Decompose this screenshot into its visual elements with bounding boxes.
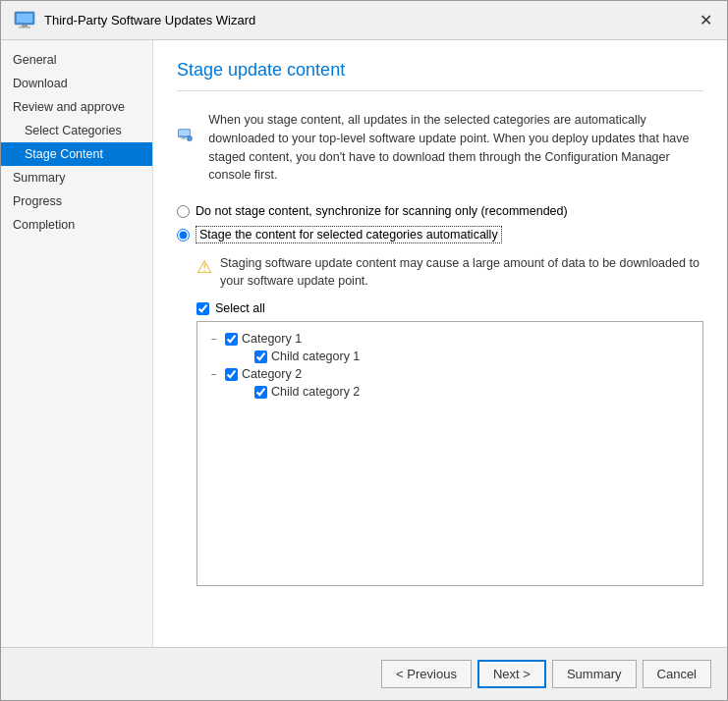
- tree-item-cat1[interactable]: − Category 1: [207, 330, 693, 348]
- wizard-footer: < Previous Next > Summary Cancel: [1, 647, 727, 700]
- header-area: ↓ When you stage content, all updates in…: [177, 111, 703, 185]
- sidebar: General Download Review and approve Sele…: [1, 40, 153, 647]
- expand-cat1-icon[interactable]: −: [207, 334, 221, 345]
- previous-button[interactable]: < Previous: [381, 660, 472, 688]
- titlebar: Third-Party Software Updates Wizard ✕: [1, 1, 727, 40]
- svg-rect-7: [180, 138, 187, 139]
- next-button[interactable]: Next >: [477, 660, 546, 688]
- svg-rect-2: [22, 25, 28, 27]
- label-cat2: Category 2: [242, 367, 302, 381]
- tree-item-cat2[interactable]: − Category 2: [207, 365, 693, 383]
- svg-rect-1: [17, 14, 32, 23]
- checkbox-child-cat2[interactable]: [254, 386, 267, 399]
- label-cat1: Category 1: [242, 332, 302, 346]
- svg-rect-3: [19, 27, 30, 28]
- page-title: Stage update content: [177, 60, 703, 91]
- summary-button[interactable]: Summary: [552, 660, 637, 688]
- svg-rect-5: [179, 130, 190, 135]
- tree-item-child-cat2[interactable]: − Child category 2: [207, 383, 693, 401]
- titlebar-left: Third-Party Software Updates Wizard: [13, 9, 255, 32]
- select-all-label: Select all: [215, 301, 265, 315]
- radio-stage-label: Stage the content for selected categorie…: [196, 226, 502, 243]
- category-tree: − Category 1 − Child category 1 − Catego…: [196, 321, 703, 586]
- warning-text: Staging software update content may caus…: [220, 255, 703, 290]
- sidebar-item-stage-content[interactable]: Stage Content: [1, 142, 152, 166]
- wizard-window: Third-Party Software Updates Wizard ✕ Ge…: [0, 0, 728, 701]
- warning-box: ⚠ Staging software update content may ca…: [177, 255, 703, 290]
- label-child-cat2: Child category 2: [271, 385, 360, 399]
- radio-stage[interactable]: Stage the content for selected categorie…: [177, 226, 703, 243]
- sidebar-item-review-approve[interactable]: Review and approve: [1, 95, 152, 119]
- warning-icon: ⚠: [196, 256, 212, 278]
- checkbox-child-cat1[interactable]: [254, 350, 267, 363]
- checkbox-cat2[interactable]: [225, 368, 238, 381]
- label-child-cat1: Child category 1: [271, 350, 360, 363]
- wizard-body: General Download Review and approve Sele…: [1, 40, 727, 647]
- header-description: When you stage content, all updates in t…: [208, 111, 703, 185]
- tree-item-child-cat1[interactable]: − Child category 1: [207, 348, 693, 365]
- expand-cat2-icon[interactable]: −: [207, 369, 221, 380]
- checkbox-cat1[interactable]: [225, 333, 238, 346]
- radio-group: Do not stage content, synchronize for sc…: [177, 204, 703, 243]
- radio-stage-input[interactable]: [177, 229, 190, 242]
- radio-no-stage-label: Do not stage content, synchronize for sc…: [196, 204, 568, 218]
- svg-rect-6: [182, 137, 185, 138]
- main-content: Stage update content ↓ When you stage co…: [153, 40, 727, 647]
- sidebar-item-download[interactable]: Download: [1, 72, 152, 95]
- stage-content-icon: ↓: [177, 111, 193, 158]
- sidebar-item-summary[interactable]: Summary: [1, 166, 152, 189]
- select-all-row: Select all: [177, 301, 703, 315]
- window-icon: [13, 9, 36, 32]
- radio-no-stage[interactable]: Do not stage content, synchronize for sc…: [177, 204, 703, 218]
- window-title: Third-Party Software Updates Wizard: [44, 13, 255, 27]
- radio-no-stage-input[interactable]: [177, 205, 190, 218]
- close-button[interactable]: ✕: [696, 11, 715, 30]
- sidebar-item-progress[interactable]: Progress: [1, 189, 152, 213]
- sidebar-item-select-categories[interactable]: Select Categories: [1, 119, 152, 142]
- cancel-button[interactable]: Cancel: [643, 660, 711, 688]
- select-all-checkbox[interactable]: [196, 302, 209, 315]
- sidebar-item-completion[interactable]: Completion: [1, 213, 152, 237]
- sidebar-item-general[interactable]: General: [1, 48, 152, 72]
